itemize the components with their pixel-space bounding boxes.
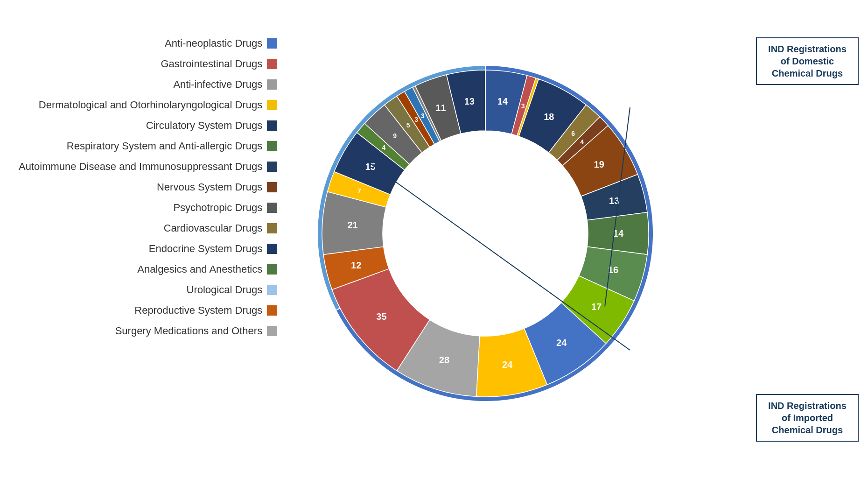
chart-label: 4 bbox=[580, 138, 584, 146]
legend-item: Anti-infective Drugs bbox=[19, 78, 277, 91]
legend-item-label: Cardiovascular Drugs bbox=[164, 222, 263, 234]
legend-item-label: Surgery Medications and Others bbox=[115, 325, 263, 337]
annotation-imported: IND Registrations of Imported Chemical D… bbox=[756, 394, 859, 442]
legend-item: Autoimmune Disease and Immunosuppressant… bbox=[19, 161, 277, 173]
legend-item: Reproductive System Drugs bbox=[19, 304, 277, 317]
legend-item-label: Nervous System Drugs bbox=[157, 181, 262, 193]
chart-label: 19 bbox=[594, 159, 604, 169]
chart-label: 21 bbox=[347, 220, 357, 230]
chart-label: 5 bbox=[406, 121, 410, 129]
legend-item: Surgery Medications and Others bbox=[19, 325, 277, 337]
legend-swatch bbox=[267, 79, 277, 90]
legend-item-label: Reproductive System Drugs bbox=[134, 304, 262, 317]
legend-swatch bbox=[267, 244, 277, 254]
chart-label: 3 bbox=[521, 102, 525, 110]
chart-label: 3 bbox=[414, 116, 418, 123]
chart-label: 13 bbox=[464, 96, 475, 106]
chart-label: 3 bbox=[421, 112, 425, 120]
legend: Anti-neoplastic Drugs Gastrointestinal D… bbox=[19, 37, 277, 337]
legend-swatch bbox=[267, 182, 277, 192]
legend-swatch bbox=[267, 203, 277, 213]
donut-chart: 2321121431864191314161724242835122171549… bbox=[303, 23, 677, 444]
legend-item-label: Analgesics and Anesthetics bbox=[137, 263, 262, 275]
legend-swatch bbox=[267, 223, 277, 233]
legend-item-label: Dermatological and Otorhinolaryngologica… bbox=[39, 99, 262, 111]
legend-swatch bbox=[267, 264, 277, 275]
chart-label: 14 bbox=[497, 96, 508, 106]
legend-item: Psychotropic Drugs bbox=[19, 202, 277, 214]
chart-label: 28 bbox=[439, 355, 449, 365]
legend-swatch bbox=[267, 305, 277, 316]
legend-item: Endocrine System Drugs bbox=[19, 243, 277, 255]
legend-item: Anti-neoplastic Drugs bbox=[19, 37, 277, 49]
chart-label: 18 bbox=[544, 112, 554, 122]
chart-label: 9 bbox=[393, 132, 397, 140]
legend-swatch bbox=[267, 120, 277, 131]
legend-item-label: Autoimmune Disease and Immunosuppressant… bbox=[19, 161, 262, 173]
domestic-label: IND Registrations of Domestic Chemical D… bbox=[768, 44, 847, 78]
legend-item-label: Urological Drugs bbox=[187, 284, 263, 296]
legend-swatch bbox=[267, 141, 277, 151]
annotation-domestic: IND Registrations of Domestic Chemical D… bbox=[756, 37, 859, 85]
legend-item: Cardiovascular Drugs bbox=[19, 222, 277, 234]
legend-item: Analgesics and Anesthetics bbox=[19, 263, 277, 275]
chart-label: 6 bbox=[571, 130, 575, 137]
legend-item-label: Psychotropic Drugs bbox=[173, 202, 262, 214]
legend-swatch bbox=[267, 38, 277, 49]
chart-label: 24 bbox=[556, 338, 567, 348]
chart-label: 11 bbox=[435, 103, 446, 113]
legend-swatch bbox=[267, 326, 277, 336]
legend-item-label: Circulatory System Drugs bbox=[146, 120, 262, 132]
center-hole bbox=[383, 131, 588, 336]
legend-item: Respiratory System and Anti-allergic Dru… bbox=[19, 140, 277, 152]
chart-label: 17 bbox=[591, 302, 602, 312]
imported-label: IND Registrations of Imported Chemical D… bbox=[768, 401, 847, 435]
legend-item: Urological Drugs bbox=[19, 284, 277, 296]
legend-item-label: Endocrine System Drugs bbox=[149, 243, 262, 255]
legend-swatch bbox=[267, 100, 277, 110]
legend-item: Gastrointestinal Drugs bbox=[19, 58, 277, 70]
legend-item-label: Anti-neoplastic Drugs bbox=[165, 37, 262, 49]
chart-label: 4 bbox=[382, 144, 386, 151]
chart-label: 12 bbox=[351, 260, 361, 270]
legend-swatch bbox=[267, 162, 277, 172]
legend-item-label: Respiratory System and Anti-allergic Dru… bbox=[67, 140, 262, 152]
chart-container: 2321121431864191314161724242835122171549… bbox=[303, 23, 677, 444]
chart-label: 35 bbox=[376, 311, 386, 322]
legend-item: Dermatological and Otorhinolaryngologica… bbox=[19, 99, 277, 111]
chart-label: 7 bbox=[357, 187, 361, 195]
chart-label: 24 bbox=[502, 359, 513, 370]
legend-item-label: Gastrointestinal Drugs bbox=[161, 58, 263, 70]
legend-item: Circulatory System Drugs bbox=[19, 120, 277, 132]
legend-swatch bbox=[267, 285, 277, 295]
legend-item-label: Anti-infective Drugs bbox=[173, 78, 262, 91]
legend-swatch bbox=[267, 59, 277, 69]
legend-item: Nervous System Drugs bbox=[19, 181, 277, 193]
